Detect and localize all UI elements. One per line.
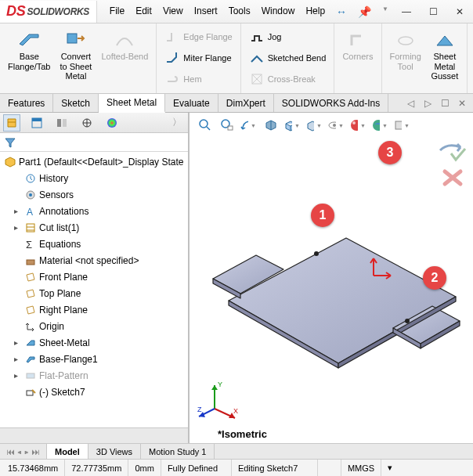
pin-icon[interactable]: 📌 — [353, 4, 376, 20]
view-triad[interactable]: Y X Z — [197, 380, 240, 423]
property-manager-tab[interactable] — [28, 114, 45, 132]
dimxpert-manager-tab[interactable] — [78, 114, 96, 132]
miter-flange-button[interactable]: Miter Flange — [161, 48, 235, 68]
sketched-bend-button[interactable]: Sketched Bend — [246, 48, 330, 68]
expand-icon[interactable]: ▸ — [14, 223, 22, 232]
expand-icon[interactable]: ▸ — [14, 371, 22, 380]
tree-item-flat-pattern[interactable]: ▸Flat-Pattern — [0, 367, 188, 384]
menu-dropdown-icon[interactable]: ▼ — [377, 4, 393, 20]
status-bar: 15.73468mm 72.77735mm 0mm Fully Defined … — [0, 459, 473, 476]
status-rebuild-icon[interactable]: ▾ — [381, 460, 399, 476]
convert-label: Convert to Sheet Metal — [60, 52, 92, 81]
svg-rect-17 — [27, 391, 33, 395]
history-icon — [23, 172, 38, 185]
tree-label: Top Plane — [39, 288, 81, 299]
tab-sheet-metal[interactable]: Sheet Metal — [99, 94, 165, 113]
tree-item-annotations[interactable]: ▸AAnnotations — [0, 203, 188, 219]
tree-item-base-flange[interactable]: ▸Base-Flange1 — [0, 351, 188, 367]
doc-max-icon[interactable]: ☐ — [439, 97, 451, 110]
graphics-viewport[interactable]: ▼ ▼ ▼ ▼ ▼ ▼ ▼ — [190, 113, 473, 443]
forming-tool-label: Forming Tool — [390, 52, 421, 71]
sketch-origin-icon — [366, 254, 397, 285]
tree-filter-bar — [0, 133, 188, 152]
jog-button[interactable]: Jog — [246, 27, 330, 47]
svg-rect-6 — [63, 119, 67, 127]
tab-motion-study[interactable]: Motion Study 1 — [141, 444, 215, 459]
material-icon — [23, 254, 38, 267]
jog-label: Jog — [268, 32, 282, 41]
svg-point-28 — [405, 319, 410, 323]
svg-rect-16 — [27, 373, 34, 378]
svg-text:Z: Z — [197, 406, 202, 413]
doc-prev-icon[interactable]: ◁ — [404, 97, 417, 110]
tab-addins[interactable]: SOLIDWORKS Add-Ins — [274, 94, 388, 112]
plane-icon — [23, 271, 38, 283]
tree-item-top-plane[interactable]: Top Plane — [0, 285, 188, 301]
menu-edit[interactable]: Edit — [131, 4, 157, 20]
doc-next-icon[interactable]: ▷ — [421, 97, 434, 110]
tree-item-sheet-metal[interactable]: ▸Sheet-Metal — [0, 334, 188, 351]
tree-item-front-plane[interactable]: Front Plane — [0, 269, 188, 285]
tree-root-label: Part1 (Default<<Default>_Display State — [19, 157, 183, 168]
menu-window[interactable]: Window — [257, 4, 300, 20]
tree-label: Right Plane — [39, 305, 88, 316]
feature-manager-tab[interactable] — [3, 114, 20, 132]
tree-item-sensors[interactable]: Sensors — [0, 186, 188, 203]
corners-button: Corners — [339, 27, 376, 90]
tree-item-material[interactable]: Material <not specified> — [0, 252, 188, 269]
part-icon — [3, 156, 17, 168]
expand-icon[interactable]: ▸ — [14, 207, 22, 215]
expand-icon[interactable]: ▸ — [14, 355, 22, 363]
maximize-button[interactable]: ☐ — [420, 1, 446, 23]
funnel-icon[interactable] — [5, 137, 16, 148]
tree-item-origin[interactable]: Origin — [0, 318, 188, 334]
gusset-button[interactable]: Sheet Metal Gusset — [428, 27, 462, 90]
menu-insert[interactable]: Insert — [190, 4, 222, 20]
tree-item-right-plane[interactable]: Right Plane — [0, 301, 188, 318]
menu-file[interactable]: File — [105, 4, 129, 20]
config-manager-tab[interactable] — [53, 114, 70, 132]
tree-item-equations[interactable]: ΣEquations — [0, 236, 188, 252]
tab-sketch[interactable]: Sketch — [53, 94, 99, 112]
convert-icon — [65, 28, 87, 50]
expand-icon[interactable]: ▸ — [14, 338, 22, 347]
search-icon[interactable]: ↔ — [331, 4, 352, 20]
svg-rect-5 — [57, 119, 61, 127]
tree-label: Origin — [39, 321, 64, 332]
sketched-bend-icon — [249, 50, 265, 66]
menu-help[interactable]: Help — [301, 4, 330, 20]
menu-tools[interactable]: Tools — [224, 4, 255, 20]
tab-3d-views[interactable]: 3D Views — [88, 444, 141, 459]
display-manager-tab[interactable] — [103, 114, 121, 132]
svg-rect-0 — [67, 34, 77, 43]
status-units[interactable]: MMGS — [341, 460, 381, 476]
menu-view[interactable]: View — [158, 4, 188, 20]
sensors-icon — [23, 189, 38, 201]
minimize-button[interactable]: — — [393, 1, 420, 23]
tab-nav-buttons[interactable]: ⏮ ◀ ▶ ⏭ — [0, 444, 47, 459]
flatpattern-icon — [23, 370, 38, 382]
tab-features[interactable]: Features — [0, 94, 53, 112]
status-coord-z: 0mm — [128, 460, 161, 476]
svg-text:A: A — [27, 207, 33, 217]
lofted-bend-button: Lofted-Bend — [98, 27, 151, 90]
miter-flange-label: Miter Flange — [183, 53, 231, 63]
tree-root[interactable]: Part1 (Default<<Default>_Display State — [0, 153, 188, 170]
convert-button[interactable]: Convert to Sheet Metal — [56, 27, 95, 90]
tab-model[interactable]: Model — [47, 444, 88, 459]
tree-item-history[interactable]: History — [0, 170, 188, 186]
tree-item-cutlist[interactable]: ▸Cut list(1) — [0, 219, 188, 236]
status-custom[interactable] — [318, 460, 341, 476]
base-flange-icon — [18, 28, 40, 50]
close-button[interactable]: ✕ — [446, 1, 473, 23]
tree-label: Material <not specified> — [39, 255, 139, 266]
model-tabs-bar: ⏮ ◀ ▶ ⏭ Model 3D Views Motion Study 1 — [0, 443, 473, 459]
manager-expand-icon[interactable]: 〉 — [169, 116, 185, 129]
base-flange-button[interactable]: Base Flange/Tab — [5, 27, 53, 90]
tree-item-sketch7[interactable]: (-) Sketch7 — [0, 384, 188, 400]
feature-tree: Part1 (Default<<Default>_Display State H… — [0, 152, 188, 427]
tab-evaluate[interactable]: Evaluate — [165, 94, 218, 112]
tab-dimxpert[interactable]: DimXpert — [218, 94, 274, 112]
cutlist-icon — [23, 222, 38, 234]
doc-close-icon[interactable]: ✕ — [456, 97, 468, 110]
